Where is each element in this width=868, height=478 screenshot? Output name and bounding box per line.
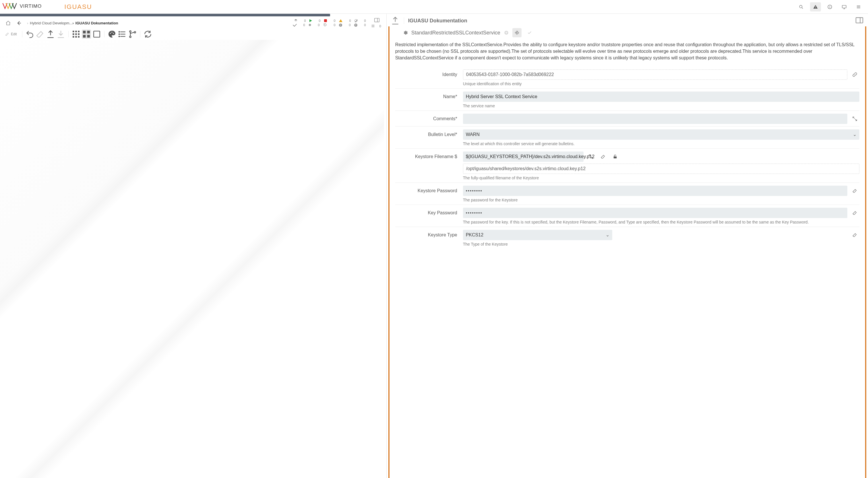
列表-icon[interactable] — [118, 30, 127, 39]
svg-rect-26 — [73, 36, 74, 38]
keystoretype-label: Keystore Type — [395, 230, 458, 240]
svg-rect-50 — [505, 32, 507, 33]
comments-label: Comments — [395, 114, 458, 124]
comments-input[interactable] — [463, 114, 847, 124]
menu-icon[interactable] — [853, 2, 864, 11]
keypw-input[interactable] — [463, 208, 847, 218]
svg-point-43 — [129, 31, 131, 32]
svg-point-35 — [112, 32, 112, 33]
canvas-toolbar: Edit — [0, 28, 384, 39]
virtimo-logo: VIRTIMO — [2, 2, 60, 11]
keypw-label: Key Password — [395, 208, 458, 218]
chevron-down-icon: ⌄ — [853, 132, 857, 137]
palette-icon[interactable] — [107, 30, 117, 39]
disabled-icon — [354, 19, 358, 22]
keystoretype-hint: The Type of the Keystore — [463, 242, 859, 247]
accent-band — [0, 14, 330, 17]
keystoretype-value: PKCS12 — [466, 232, 484, 237]
detail-header: IGUASU Dokumentation — [386, 14, 868, 26]
eraser-icon[interactable] — [850, 230, 859, 240]
check-icon — [293, 22, 297, 26]
svg-rect-31 — [83, 35, 86, 38]
svg-point-40 — [119, 32, 120, 32]
sparkle-icon — [309, 23, 311, 27]
breadcrumb-label: Hybrid Cloud Developm... — [30, 21, 72, 25]
bulletin-select[interactable]: WARN ⌄ — [463, 129, 859, 140]
keystoretype-select[interactable]: PKCS12 ⌄ — [463, 230, 612, 240]
name-input[interactable]: Hybrid Server SSL Context Service — [463, 92, 859, 102]
svg-rect-28 — [78, 36, 79, 38]
keystorefile-resolved: /opt/iguasu/shared/keystores/dev.s2s.vir… — [463, 163, 859, 174]
eraser-icon[interactable] — [850, 208, 859, 218]
service-description: Restricted implementation of the SSLCont… — [395, 41, 859, 67]
lock-open-icon[interactable] — [611, 152, 620, 161]
download-icon[interactable] — [56, 30, 65, 39]
breadcrumb-item[interactable]: › IGUASU Dokumentation — [72, 21, 118, 25]
svg-point-45 — [134, 32, 135, 33]
status-counters: 0 0 0 0 0 0 0 0 0 0 — [293, 19, 368, 27]
app-header: VIRTIMO IGUASU — [0, 0, 868, 14]
expand-icon[interactable] — [586, 152, 596, 161]
keystorefile-expr-input[interactable]: ${IGUASU_KEYSTORES_PATH}/dev.s2s.virtimo… — [463, 152, 584, 162]
refresh-icon[interactable] — [143, 30, 152, 39]
link-icon[interactable] — [850, 70, 859, 79]
svg-rect-21 — [75, 31, 76, 32]
back-icon[interactable] — [14, 19, 24, 28]
breadcrumb-item[interactable]: › Hybrid Cloud Developm... — [27, 21, 72, 25]
upload-icon[interactable] — [46, 30, 55, 39]
identity-hint: Unique identification of this entity — [463, 82, 859, 86]
svg-point-34 — [110, 33, 111, 34]
svg-rect-22 — [78, 31, 79, 32]
breadcrumb-label: IGUASU Dokumentation — [75, 21, 118, 25]
keystorefile-hint: The fully-qualified filename of the Keys… — [463, 176, 859, 180]
svg-rect-46 — [856, 18, 863, 23]
svg-rect-25 — [78, 33, 79, 35]
expand-icon[interactable] — [850, 114, 859, 123]
alert-icon[interactable] — [810, 2, 821, 11]
grid-small-icon[interactable] — [71, 30, 81, 39]
svg-point-41 — [119, 34, 120, 35]
service-name: StandardRestrictedSSLContextService — [411, 30, 500, 36]
eraser-icon[interactable] — [598, 152, 608, 161]
panel-right-toggle-icon[interactable] — [855, 16, 864, 25]
svg-rect-30 — [87, 31, 90, 33]
add-icon[interactable] — [504, 30, 509, 35]
chevron-right-icon: › — [72, 21, 73, 25]
flow-canvas[interactable] — [0, 40, 384, 478]
upload-detail-icon[interactable] — [391, 16, 400, 25]
eraser-icon[interactable] — [36, 30, 45, 39]
panel-toggle-icon[interactable] — [374, 18, 380, 23]
edit-button[interactable]: Edit — [3, 31, 19, 37]
warning-icon — [339, 19, 342, 22]
gear-icon[interactable] — [403, 30, 408, 35]
svg-rect-29 — [83, 31, 86, 33]
svg-point-44 — [129, 36, 131, 38]
fullscreen-icon[interactable] — [92, 30, 101, 39]
svg-rect-4 — [815, 8, 815, 8]
star-icon[interactable] — [513, 28, 522, 37]
detail-title: IGUASU Dokumentation — [408, 18, 467, 24]
svg-point-7 — [830, 6, 830, 6]
eraser-icon[interactable] — [850, 186, 859, 195]
svg-text:VIRTIMO: VIRTIMO — [20, 3, 42, 9]
home-icon[interactable] — [3, 19, 12, 28]
keystorefile-label: Keystore Filename $ — [395, 152, 458, 162]
svg-rect-23 — [73, 33, 74, 35]
undo-icon[interactable] — [25, 30, 34, 39]
product-name: IGUASU — [64, 3, 92, 11]
svg-rect-3 — [815, 6, 815, 7]
stop-icon — [324, 19, 327, 22]
info-icon[interactable] — [825, 2, 835, 11]
keystorepw-input[interactable] — [463, 186, 847, 196]
bulletin-label: Bulletin Level — [395, 129, 458, 140]
display-icon[interactable] — [839, 2, 849, 11]
check-icon[interactable] — [525, 28, 534, 37]
branch-icon[interactable] — [128, 30, 137, 39]
layers-icon — [294, 19, 298, 22]
identity-value: 04053543-0187-1000-082b-7a583d069222 — [463, 69, 847, 80]
refresh-small-icon — [323, 23, 327, 27]
grid-large-icon[interactable] — [82, 30, 91, 39]
svg-rect-24 — [75, 33, 76, 35]
service-header: StandardRestrictedSSLContextService — [395, 26, 859, 41]
search-icon[interactable] — [796, 2, 807, 11]
